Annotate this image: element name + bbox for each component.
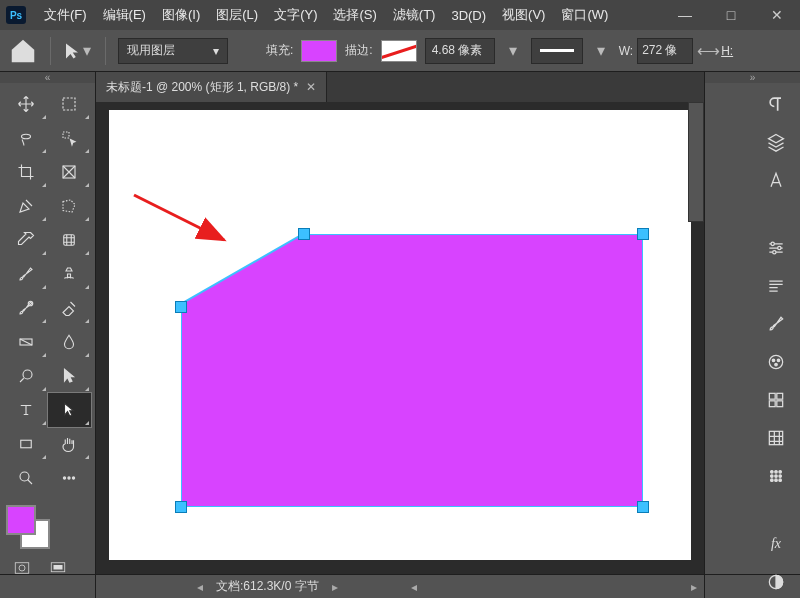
menu-select[interactable]: 选择(S) bbox=[325, 6, 384, 24]
brush-tool[interactable] bbox=[4, 257, 48, 291]
eraser-tool[interactable] bbox=[48, 291, 92, 325]
history-brush-tool[interactable] bbox=[4, 291, 48, 325]
svg-point-31 bbox=[775, 471, 778, 474]
chevron-down-icon[interactable]: ▾ bbox=[503, 41, 523, 60]
menu-edit[interactable]: 编辑(E) bbox=[95, 6, 154, 24]
swatches-icon[interactable] bbox=[762, 387, 790, 413]
window-maximize[interactable]: □ bbox=[708, 0, 754, 30]
stroke-width-input[interactable] bbox=[425, 38, 495, 64]
menu-window[interactable]: 窗口(W) bbox=[553, 6, 616, 24]
path-sel-tool[interactable] bbox=[48, 359, 92, 393]
status-bar: ◂ 文档:612.3K/0 字节 ▸ ◂ ▸ bbox=[0, 574, 800, 598]
eyedropper-tool[interactable] bbox=[4, 223, 48, 257]
anchor-handle[interactable] bbox=[176, 502, 186, 512]
chevron-down-icon: ▾ bbox=[81, 41, 93, 60]
anchor-handle[interactable] bbox=[176, 302, 186, 312]
stroke-style-menu[interactable] bbox=[531, 38, 583, 64]
anchor-handle[interactable] bbox=[299, 229, 309, 239]
gradient-tool[interactable] bbox=[4, 325, 48, 359]
options-bar: ▾ 现用图层 ▾ 填充: 描边: ▾ ▾ W: ⟷ H: bbox=[0, 30, 800, 72]
blur-tool[interactable] bbox=[48, 325, 92, 359]
app-logo: Ps bbox=[6, 6, 26, 24]
doc-info: 文档:612.3K/0 字节 bbox=[210, 578, 325, 595]
zoom-tool[interactable] bbox=[4, 461, 48, 495]
canvas[interactable] bbox=[109, 110, 691, 560]
move-tool[interactable] bbox=[4, 87, 48, 121]
anchor-handle[interactable] bbox=[638, 502, 648, 512]
paragraph-icon[interactable] bbox=[762, 91, 790, 117]
frame-tool[interactable] bbox=[48, 155, 92, 189]
svg-point-22 bbox=[772, 359, 775, 362]
prev-icon[interactable]: ◂ bbox=[190, 580, 210, 594]
chevron-down-icon[interactable]: ▾ bbox=[591, 41, 611, 60]
selected-shape[interactable] bbox=[181, 234, 643, 507]
menu-type[interactable]: 文字(Y) bbox=[266, 6, 325, 24]
svg-rect-1 bbox=[63, 132, 69, 138]
svg-rect-28 bbox=[777, 401, 783, 407]
grid-icon[interactable] bbox=[762, 463, 790, 489]
layers-icon[interactable] bbox=[762, 129, 790, 155]
window-minimize[interactable]: — bbox=[662, 0, 708, 30]
patch-tool[interactable] bbox=[48, 223, 92, 257]
edit-toolbar[interactable] bbox=[48, 461, 92, 495]
direct-sel-tool[interactable] bbox=[48, 393, 92, 427]
svg-point-11 bbox=[73, 477, 75, 479]
svg-point-10 bbox=[68, 477, 70, 479]
pen-tool[interactable] bbox=[4, 189, 48, 223]
fg-bg-swatches[interactable] bbox=[0, 499, 95, 555]
character-icon[interactable] bbox=[762, 167, 790, 193]
menu-view[interactable]: 视图(V) bbox=[494, 6, 553, 24]
type-tool[interactable] bbox=[4, 393, 48, 427]
close-icon[interactable]: ✕ bbox=[306, 80, 316, 94]
menu-3d[interactable]: 3D(D) bbox=[443, 8, 494, 23]
svg-point-6 bbox=[23, 370, 32, 379]
menu-layer[interactable]: 图层(L) bbox=[208, 6, 266, 24]
crop-tool[interactable] bbox=[4, 155, 48, 189]
svg-point-30 bbox=[771, 471, 774, 474]
separator bbox=[105, 37, 106, 65]
svg-point-34 bbox=[775, 475, 778, 478]
menu-filter[interactable]: 滤镜(T) bbox=[385, 6, 444, 24]
rectangle-tool[interactable] bbox=[4, 427, 48, 461]
width-input[interactable] bbox=[637, 38, 693, 64]
patterns-icon[interactable] bbox=[762, 425, 790, 451]
right-panels: » fx bbox=[704, 72, 800, 574]
color-icon[interactable] bbox=[762, 349, 790, 375]
quick-select-tool[interactable] bbox=[48, 121, 92, 155]
fg-color-swatch[interactable] bbox=[6, 505, 36, 535]
collapse-toolbox[interactable]: « bbox=[0, 72, 95, 83]
clone-stamp-tool[interactable] bbox=[48, 257, 92, 291]
lasso-tool[interactable] bbox=[4, 121, 48, 155]
svg-rect-27 bbox=[769, 401, 775, 407]
layer-select[interactable]: 现用图层 ▾ bbox=[118, 38, 228, 64]
scroll-left-icon[interactable]: ◂ bbox=[404, 580, 424, 594]
window-close[interactable]: ✕ bbox=[754, 0, 800, 30]
separator bbox=[50, 37, 51, 65]
tool-indicator[interactable]: ▾ bbox=[63, 36, 93, 66]
home-button[interactable] bbox=[8, 36, 38, 66]
width-label: W: bbox=[619, 44, 633, 58]
svg-point-37 bbox=[775, 479, 778, 482]
vertical-scrollbar[interactable] bbox=[688, 102, 704, 222]
fill-swatch[interactable] bbox=[301, 40, 337, 62]
menu-file[interactable]: 文件(F) bbox=[36, 6, 95, 24]
collapse-panels[interactable]: » bbox=[705, 72, 800, 83]
height-label: H: bbox=[721, 44, 733, 58]
paragraph-styles-icon[interactable] bbox=[762, 273, 790, 299]
next-icon[interactable]: ▸ bbox=[325, 580, 345, 594]
styles-icon[interactable]: fx bbox=[762, 531, 790, 557]
chevron-down-icon: ▾ bbox=[213, 44, 219, 58]
adjustments-icon[interactable] bbox=[762, 235, 790, 261]
anchor-handle[interactable] bbox=[638, 229, 648, 239]
scroll-right-icon[interactable]: ▸ bbox=[684, 580, 704, 594]
document-tab[interactable]: 未标题-1 @ 200% (矩形 1, RGB/8) * ✕ bbox=[96, 72, 327, 102]
link-wh-icon[interactable]: ⟷ bbox=[697, 41, 717, 60]
marquee-tool[interactable] bbox=[48, 87, 92, 121]
menu-image[interactable]: 图像(I) bbox=[154, 6, 208, 24]
polygon-lasso-tool[interactable] bbox=[48, 189, 92, 223]
hand-tool[interactable] bbox=[48, 427, 92, 461]
dodge-tool[interactable] bbox=[4, 359, 48, 393]
stroke-swatch[interactable] bbox=[381, 40, 417, 62]
brush-settings-icon[interactable] bbox=[762, 311, 790, 337]
canvas-viewport[interactable] bbox=[96, 102, 704, 574]
